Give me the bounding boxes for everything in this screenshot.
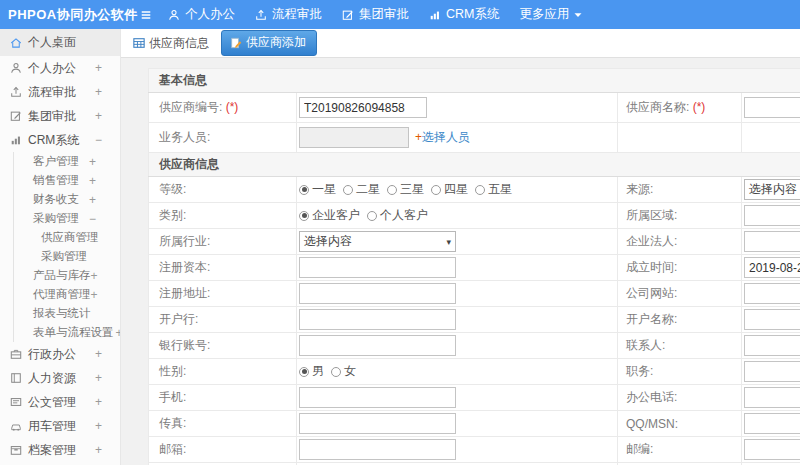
field-input[interactable] — [744, 257, 800, 278]
field-input[interactable] — [299, 127, 409, 148]
field-input[interactable] — [744, 335, 800, 356]
expand-icon[interactable]: + — [95, 348, 102, 360]
radio-button[interactable] — [387, 185, 397, 195]
radio-button[interactable] — [331, 367, 341, 377]
nav-item-1[interactable]: 流程审批 — [255, 6, 322, 23]
sidebar-item-客户管理[interactable]: 客户管理+ — [13, 152, 120, 171]
upload-icon — [10, 86, 22, 98]
sidebar-item-报表与统计[interactable]: 报表与统计 — [13, 304, 120, 323]
expand-icon[interactable]: + — [95, 62, 102, 74]
expand-icon[interactable]: + — [89, 156, 96, 168]
radio-option-企业客户[interactable]: 企业客户 — [299, 207, 360, 224]
sidebar-item-财务收支[interactable]: 财务收支+ — [13, 190, 120, 209]
radio-option-女[interactable]: 女 — [331, 363, 356, 380]
sidebar-nav: 个人桌面个人办公+流程审批+集团审批+CRM系统−客户管理+销售管理+财务收支+… — [0, 29, 121, 465]
sidebar-item-CRM系统[interactable]: CRM系统− — [0, 128, 120, 152]
expand-icon[interactable]: + — [95, 86, 102, 98]
radio-option-四星[interactable]: 四星 — [431, 181, 468, 198]
radio-option-男[interactable]: 男 — [299, 363, 324, 380]
sidebar-item-用车管理[interactable]: 用车管理+ — [0, 414, 120, 438]
radio-option-个人客户[interactable]: 个人客户 — [367, 207, 428, 224]
nav-item-0[interactable]: 个人办公 — [168, 6, 235, 23]
field-input[interactable] — [744, 439, 800, 460]
required-marker: (*) — [689, 100, 705, 114]
nav-item-4[interactable]: 更多应用 — [519, 6, 582, 23]
radio-option-二星[interactable]: 二星 — [343, 181, 380, 198]
expand-icon[interactable]: + — [91, 270, 98, 282]
sidebar-item-流程审批[interactable]: 流程审批+ — [0, 80, 120, 104]
sidebar-item-label: 公文管理 — [28, 394, 76, 411]
radio-option-五星[interactable]: 五星 — [475, 181, 512, 198]
expand-icon[interactable]: + — [89, 194, 96, 206]
form-row: 传真:QQ/MSN: — [149, 411, 800, 437]
radio-button[interactable] — [431, 185, 441, 195]
radio-label: 二星 — [356, 181, 380, 198]
sidebar-item-供应商管理[interactable]: 供应商管理 — [13, 228, 120, 247]
sidebar-item-档案管理[interactable]: 档案管理+ — [0, 438, 120, 462]
expand-icon[interactable]: + — [89, 175, 96, 187]
field-input[interactable] — [299, 387, 456, 408]
sidebar-item-公文管理[interactable]: 公文管理+ — [0, 390, 120, 414]
expand-icon[interactable]: + — [95, 372, 102, 384]
field-input[interactable] — [744, 361, 800, 382]
hamburger-icon[interactable] — [140, 9, 152, 21]
sidebar-item-个人办公[interactable]: 个人办公+ — [0, 56, 120, 80]
top-navbar: PHPOA协同办公软件 个人办公流程审批集团审批CRM系统更多应用 — [0, 0, 800, 29]
sidebar-item-销售管理[interactable]: 销售管理+ — [13, 171, 120, 190]
field-input[interactable] — [299, 97, 427, 118]
radio-button[interactable] — [475, 185, 485, 195]
tab-supplier-info[interactable]: 供应商信息 — [133, 35, 209, 52]
field-select[interactable]: 选择内容▾ — [299, 231, 456, 252]
radio-button[interactable] — [367, 211, 377, 221]
field-cell — [297, 307, 618, 333]
field-cell — [742, 385, 800, 411]
select-value: 选择内容 — [304, 233, 352, 250]
field-select[interactable]: 选择内容▾ — [744, 179, 800, 200]
expand-icon[interactable]: + — [95, 110, 102, 122]
field-input[interactable] — [299, 283, 456, 304]
field-input[interactable] — [299, 335, 456, 356]
field-cell: 男女 — [297, 359, 618, 385]
sidebar-item-产品与库存[interactable]: 产品与库存+ — [13, 266, 120, 285]
field-input[interactable] — [299, 309, 456, 330]
expand-icon[interactable]: + — [95, 420, 102, 432]
radio-option-一星[interactable]: 一星 — [299, 181, 336, 198]
sidebar-item-表单与流程设置[interactable]: 表单与流程设置+ — [13, 323, 120, 342]
nav-item-2[interactable]: 集团审批 — [342, 6, 409, 23]
sidebar-item-代理商管理[interactable]: 代理商管理+ — [13, 285, 120, 304]
field-input[interactable] — [744, 283, 800, 304]
tab-bar: 供应商信息 供应商添加 — [121, 29, 800, 58]
field-input[interactable] — [299, 413, 456, 434]
sidebar-item-人力资源[interactable]: 人力资源+ — [0, 366, 120, 390]
expand-icon[interactable]: + — [95, 396, 102, 408]
radio-button[interactable] — [299, 367, 309, 377]
upload-icon — [255, 9, 267, 21]
collapse-icon[interactable]: − — [95, 134, 102, 146]
expand-icon[interactable]: + — [91, 289, 98, 301]
field-input[interactable] — [744, 231, 800, 252]
sidebar-item-集团审批[interactable]: 集团审批+ — [0, 104, 120, 128]
field-input[interactable] — [744, 413, 800, 434]
sidebar-item-采购管理[interactable]: 采购管理 — [13, 247, 120, 266]
field-input[interactable] — [744, 205, 800, 226]
radio-button[interactable] — [299, 211, 309, 221]
field-input[interactable] — [744, 387, 800, 408]
field-input[interactable] — [744, 97, 800, 118]
sidebar-item-采购管理[interactable]: 采购管理− — [13, 209, 120, 228]
app-logo: PHPOA协同办公软件 — [0, 6, 128, 24]
field-input[interactable] — [299, 257, 456, 278]
collapse-icon[interactable]: − — [89, 213, 96, 225]
tab-supplier-add[interactable]: 供应商添加 — [221, 30, 317, 56]
sidebar-item-个人桌面[interactable]: 个人桌面 — [0, 29, 120, 56]
select-person-link[interactable]: +选择人员 — [415, 129, 470, 146]
radio-button[interactable] — [343, 185, 353, 195]
field-label: 注册地址: — [149, 281, 297, 307]
field-input[interactable] — [299, 439, 456, 460]
sidebar-item-行政办公[interactable]: 行政办公+ — [0, 342, 120, 366]
nav-item-3[interactable]: CRM系统 — [429, 6, 499, 23]
radio-option-三星[interactable]: 三星 — [387, 181, 424, 198]
expand-icon[interactable]: + — [95, 444, 102, 456]
field-input[interactable] — [744, 309, 800, 330]
select-value: 选择内容 — [749, 181, 797, 198]
radio-button[interactable] — [299, 185, 309, 195]
